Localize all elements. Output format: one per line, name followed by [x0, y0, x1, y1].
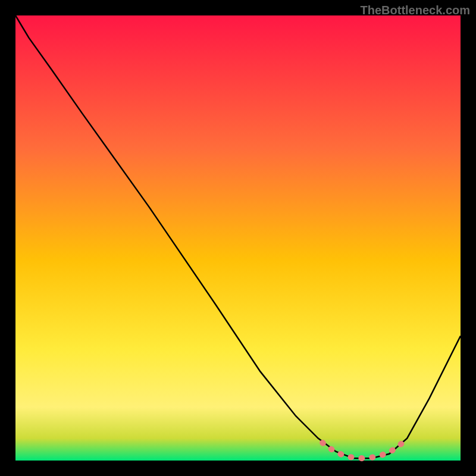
watermark-text: TheBottleneck.com [361, 4, 470, 17]
chart-container: TheBottleneck.com [0, 0, 476, 476]
bottleneck-chart [0, 0, 476, 476]
gradient-background [15, 15, 461, 461]
